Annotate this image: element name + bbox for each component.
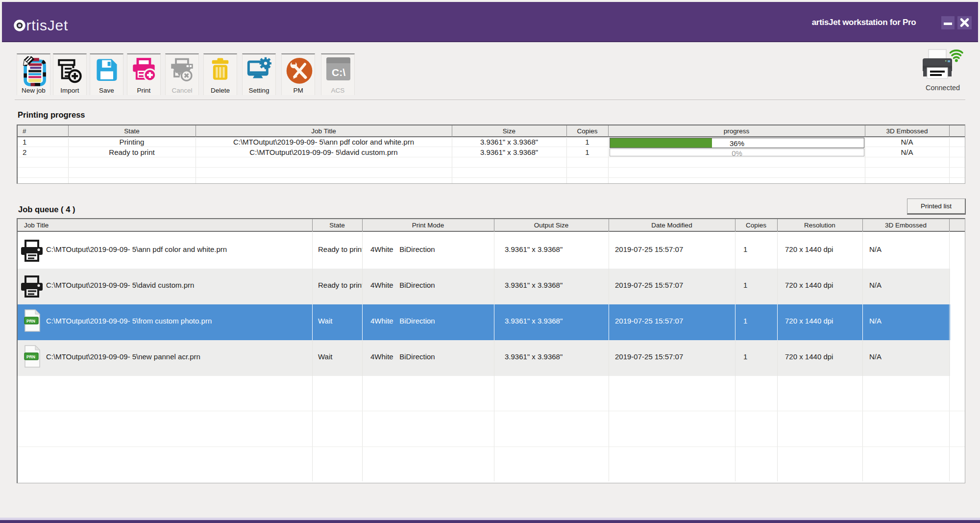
svg-text:PRN: PRN (26, 354, 35, 359)
svg-text:PRN: PRN (26, 319, 35, 324)
svg-text:rtisJet: rtisJet (26, 17, 69, 33)
svg-text:C:\: C:\ (332, 67, 345, 78)
